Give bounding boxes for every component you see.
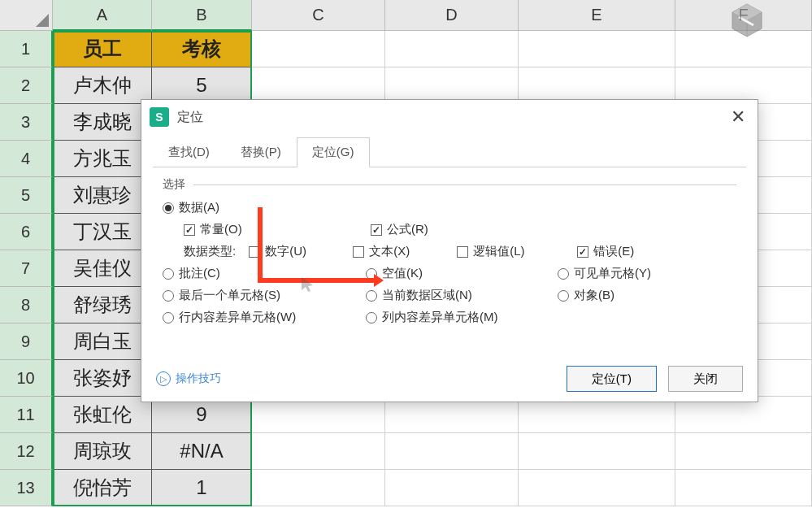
goto-dialog: S 定位 ✕ 查找(D) 替换(P) 定位(G) 选择 数据(A) 常量(O) … [141, 99, 758, 402]
select-group-label: 选择 [163, 177, 736, 192]
cell[interactable]: 考核 [152, 31, 252, 67]
cell[interactable]: 卢木仲 [53, 67, 152, 104]
app-icon: S [150, 107, 169, 127]
row-header[interactable]: 1 [0, 31, 53, 67]
radio-data[interactable]: 数据(A) [163, 200, 219, 215]
row-header[interactable]: 7 [0, 250, 53, 287]
row-header[interactable]: 2 [0, 67, 53, 104]
cell[interactable]: 舒绿琇 [53, 287, 152, 323]
play-icon: ▷ [156, 371, 171, 386]
tab-bar: 查找(D) 替换(P) 定位(G) [141, 137, 758, 167]
radio-blank[interactable]: 空值(K) [366, 266, 558, 281]
radio-last-cell[interactable]: 最后一个单元格(S) [163, 288, 366, 303]
data-type-label: 数据类型: [184, 244, 236, 259]
close-button[interactable]: 关闭 [668, 366, 743, 392]
column-header[interactable]: B [152, 0, 252, 31]
watermark-icon [714, 0, 779, 41]
checkbox-logic[interactable]: 逻辑值(L) [457, 244, 577, 259]
dialog-titlebar[interactable]: S 定位 ✕ [141, 100, 758, 134]
column-header[interactable]: E [519, 0, 675, 31]
radio-current-region[interactable]: 当前数据区域(N) [366, 288, 558, 303]
tips-link[interactable]: ▷ 操作技巧 [156, 371, 221, 386]
checkbox-error[interactable]: 错误(E) [577, 244, 634, 259]
select-all-corner[interactable] [0, 0, 53, 31]
row-header[interactable]: 8 [0, 287, 53, 323]
cell[interactable] [385, 433, 519, 470]
cell[interactable]: 张姿妤 [53, 360, 152, 397]
locate-button[interactable]: 定位(T) [567, 366, 657, 392]
cell[interactable]: #N/A [152, 433, 252, 470]
row-header[interactable]: 11 [0, 397, 53, 433]
tab-find[interactable]: 查找(D) [153, 137, 225, 167]
column-header[interactable]: C [252, 0, 385, 31]
cell[interactable] [385, 31, 519, 67]
cell[interactable] [519, 31, 675, 67]
cell[interactable]: 丁汉玉 [53, 214, 152, 250]
row-header[interactable]: 12 [0, 433, 53, 470]
cell[interactable]: 周琼玫 [53, 433, 152, 470]
column-header[interactable]: D [385, 0, 519, 31]
radio-object[interactable]: 对象(B) [558, 288, 614, 303]
radio-col-diff[interactable]: 列内容差异单元格(M) [366, 310, 498, 325]
cell[interactable] [519, 433, 675, 470]
cell[interactable] [252, 31, 385, 67]
cell[interactable]: 1 [152, 470, 252, 506]
checkbox-constant[interactable]: 常量(O) [184, 222, 371, 237]
cell[interactable] [252, 470, 385, 506]
close-icon[interactable]: ✕ [727, 106, 749, 128]
cell[interactable] [252, 433, 385, 470]
row-header[interactable]: 9 [0, 323, 53, 360]
row-header[interactable]: 13 [0, 470, 53, 506]
cell[interactable]: 吴佳仪 [53, 250, 152, 287]
row-header[interactable]: 3 [0, 104, 53, 141]
cell[interactable]: 刘惠珍 [53, 177, 152, 214]
cell[interactable]: 李成晓 [53, 104, 152, 141]
radio-visible[interactable]: 可见单元格(Y) [558, 266, 651, 281]
row-header[interactable]: 10 [0, 360, 53, 397]
cell[interactable]: 方兆玉 [53, 141, 152, 177]
cell[interactable] [675, 470, 812, 506]
tab-replace[interactable]: 替换(P) [225, 137, 297, 167]
row-header[interactable]: 5 [0, 177, 53, 214]
tab-goto[interactable]: 定位(G) [297, 137, 370, 167]
cell[interactable]: 员工 [53, 31, 152, 67]
radio-row-diff[interactable]: 行内容差异单元格(W) [163, 310, 366, 325]
column-header[interactable]: A [53, 0, 152, 31]
row-header[interactable]: 6 [0, 214, 53, 250]
cell[interactable] [385, 470, 519, 506]
row-header[interactable]: 4 [0, 141, 53, 177]
cell[interactable] [519, 470, 675, 506]
checkbox-number[interactable]: 数字(U) [249, 244, 353, 259]
dialog-title: 定位 [177, 109, 727, 126]
checkbox-text[interactable]: 文本(X) [353, 244, 457, 259]
cell[interactable] [675, 433, 812, 470]
radio-comment[interactable]: 批注(C) [163, 266, 366, 281]
cell[interactable]: 张虹伦 [53, 397, 152, 433]
checkbox-formula[interactable]: 公式(R) [371, 222, 428, 237]
cell[interactable]: 周白玉 [53, 323, 152, 360]
cell[interactable]: 倪怡芳 [53, 470, 152, 506]
